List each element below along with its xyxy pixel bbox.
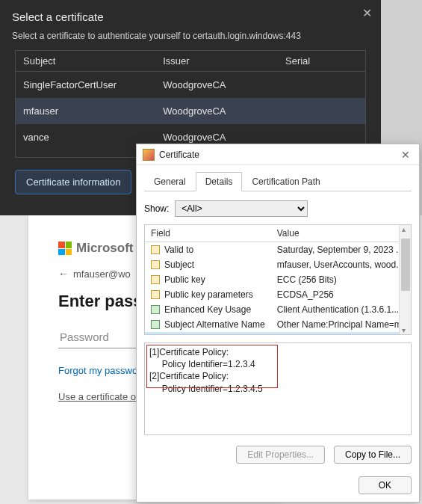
scrollbar-thumb[interactable] — [401, 239, 410, 291]
detail-line: Policy Identifier=1.2.3.4.5 — [149, 383, 406, 395]
back-arrow-icon: ← — [58, 268, 69, 280]
certificate-icon — [143, 149, 155, 161]
cell-subject: mfauser — [16, 98, 155, 124]
close-icon[interactable]: ✕ — [398, 149, 413, 161]
copy-to-file-button[interactable]: Copy to File... — [334, 446, 412, 464]
field-row[interactable]: Subject Alternative NameOther Name:Princ… — [145, 317, 412, 332]
cell-serial — [278, 98, 365, 124]
field-row[interactable]: Public keyECC (256 Bits) — [145, 272, 412, 287]
tab-certification-path[interactable]: Certification Path — [242, 172, 329, 191]
field-value: ECDSA_P256 — [271, 287, 412, 302]
tab-details[interactable]: Details — [196, 172, 243, 191]
field-row[interactable]: Enhanced Key UsageClient Authentication … — [145, 302, 412, 317]
certificate-window-title: Certificate — [159, 150, 199, 160]
field-value: mfauser, UserAccounts, wood... — [271, 257, 412, 272]
col-value[interactable]: Value — [271, 225, 412, 242]
col-field[interactable]: Field — [145, 225, 271, 242]
field-row[interactable]: Valid toSaturday, September 9, 2023 ... — [145, 242, 412, 258]
detail-line: [1]Certificate Policy: — [149, 346, 406, 358]
field-name: Valid to — [145, 242, 271, 258]
certificate-information-button[interactable]: Certificate information — [15, 170, 131, 194]
col-subject[interactable]: Subject — [16, 51, 155, 72]
fields-list: Field Value Valid toSaturday, September … — [144, 224, 412, 335]
field-icon — [151, 245, 160, 254]
field-value: [1]Certificate Policy:Policy Ide... — [271, 332, 412, 335]
tab-general[interactable]: General — [144, 172, 196, 191]
col-issuer[interactable]: Issuer — [155, 51, 278, 72]
close-icon[interactable]: ✕ — [362, 6, 372, 20]
signin-email: mfauser@wo — [73, 268, 131, 280]
field-detail-box[interactable]: [1]Certificate Policy: Policy Identifier… — [144, 342, 412, 435]
detail-line: Policy Identifier=1.2.3.4 — [149, 358, 406, 370]
cell-issuer: WoodgroveCA — [155, 72, 278, 99]
cell-subject: SingleFactorCertUser — [16, 72, 155, 99]
certificate-titlebar[interactable]: Certificate ✕ — [137, 144, 419, 165]
cell-issuer: WoodgroveCA — [155, 98, 278, 124]
field-value: Client Authentication (1.3.6.1.... — [271, 302, 412, 317]
table-row[interactable]: mfauserWoodgroveCA — [16, 98, 365, 124]
edit-properties-button: Edit Properties... — [236, 446, 325, 464]
certificate-table: Subject Issuer Serial SingleFactorCertUs… — [15, 50, 366, 158]
field-row[interactable]: Public key parametersECDSA_P256 — [145, 287, 412, 302]
dialog-title: Select a certificate — [12, 10, 369, 23]
cell-subject: vance — [16, 124, 155, 150]
microsoft-logo-icon — [58, 242, 72, 255]
field-row[interactable]: Certificate Policies[1]Certificate Polic… — [145, 332, 412, 335]
certificate-window: Certificate ✕ General Details Certificat… — [136, 144, 420, 503]
field-name: Public key — [145, 272, 271, 287]
field-name: Subject — [145, 257, 271, 272]
cell-serial — [278, 72, 365, 99]
table-row[interactable]: SingleFactorCertUserWoodgroveCA — [16, 72, 365, 99]
field-icon — [151, 260, 160, 269]
field-icon — [151, 275, 160, 284]
extension-icon — [151, 320, 160, 329]
field-name: Public key parameters — [145, 287, 271, 302]
field-name: Enhanced Key Usage — [145, 302, 271, 317]
dialog-subtitle: Select a certificate to authenticate you… — [12, 31, 369, 41]
field-icon — [151, 290, 160, 299]
field-value: Other Name:Principal Name=m... — [271, 317, 412, 332]
show-label: Show: — [144, 203, 169, 214]
field-name: Certificate Policies — [145, 332, 271, 335]
col-serial[interactable]: Serial — [278, 51, 365, 72]
ok-button[interactable]: OK — [359, 476, 412, 494]
field-value: ECC (256 Bits) — [271, 272, 412, 287]
microsoft-logo-text: Microsoft — [76, 241, 134, 256]
field-value: Saturday, September 9, 2023 ... — [271, 242, 412, 258]
field-row[interactable]: Subjectmfauser, UserAccounts, wood... — [145, 257, 412, 272]
extension-icon — [151, 305, 160, 314]
show-select[interactable]: <All> — [175, 200, 308, 217]
field-name: Subject Alternative Name — [145, 317, 271, 332]
detail-line: [2]Certificate Policy: — [149, 370, 406, 382]
tabs: General Details Certification Path — [144, 171, 412, 191]
scrollbar[interactable] — [399, 225, 411, 334]
